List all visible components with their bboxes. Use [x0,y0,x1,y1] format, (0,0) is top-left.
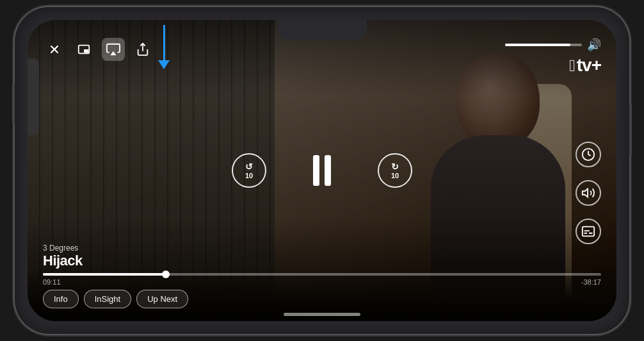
progress-section: 09:11 -38:17 [43,273,601,286]
pip-button[interactable] [72,38,95,61]
show-subtitle: 3 Degrees [43,244,601,253]
audio-button[interactable] [576,180,601,206]
apple-logo-icon:  [569,57,576,74]
subtitles-button[interactable] [576,219,601,244]
share-button[interactable] [131,38,154,61]
svg-marker-4 [110,51,116,55]
phone-screen: 🔊  tv+ ↺ 10 ↻ 10 [28,20,616,321]
skip-forward-button[interactable]: ↻ 10 [378,153,412,188]
arrow-shaft [163,25,165,60]
current-time: 09:11 [43,278,61,286]
tv-plus-text: tv+ [577,55,601,76]
volume-fill [505,44,570,46]
airplay-button[interactable] [102,38,125,61]
pause-bar-left [313,155,319,186]
pause-button[interactable] [305,153,339,188]
remaining-time: -38:17 [581,278,601,286]
up-next-tab-button[interactable]: Up Next [136,290,188,308]
pause-bar-right [325,155,331,186]
info-tab-button[interactable]: Info [43,290,79,308]
skip-forward-icon: ↻ [391,162,399,171]
home-indicator [284,313,360,316]
pause-icon [313,155,331,186]
time-labels: 09:11 -38:17 [43,278,601,286]
speed-button[interactable] [576,142,601,167]
volume-slider[interactable] [505,44,582,46]
power-button [629,103,632,154]
volume-button [12,84,15,122]
svg-marker-7 [583,189,588,197]
tab-buttons: Info InSight Up Next [43,290,601,308]
volume-icon: 🔊 [587,38,601,52]
insight-tab-button[interactable]: InSight [84,290,131,308]
progress-bar[interactable] [43,273,601,276]
arrow-pointer [158,25,170,69]
center-playback-controls: ↺ 10 ↻ 10 [232,153,412,188]
top-right-controls: 🔊 [505,38,601,52]
progress-thumb[interactable] [162,270,170,278]
close-button[interactable] [43,38,66,61]
show-info: 3 Degrees Hijack [43,244,601,269]
phone-frame: 🔊  tv+ ↺ 10 ↻ 10 [15,7,629,334]
svg-rect-3 [84,49,88,53]
bottom-controls: 3 Degrees Hijack 09:11 -38:17 Info InSig… [28,244,616,321]
skip-back-seconds: 10 [245,172,253,179]
skip-back-icon: ↺ [245,162,253,171]
skip-forward-seconds: 10 [391,172,399,179]
notch [277,20,367,40]
camera-bump [28,58,39,135]
apple-tv-logo:  tv+ [569,55,601,76]
right-side-buttons [576,142,601,244]
skip-back-button[interactable]: ↺ 10 [232,153,266,188]
arrow-head [158,60,170,69]
show-title: Hijack [43,253,601,269]
progress-fill [43,273,166,276]
